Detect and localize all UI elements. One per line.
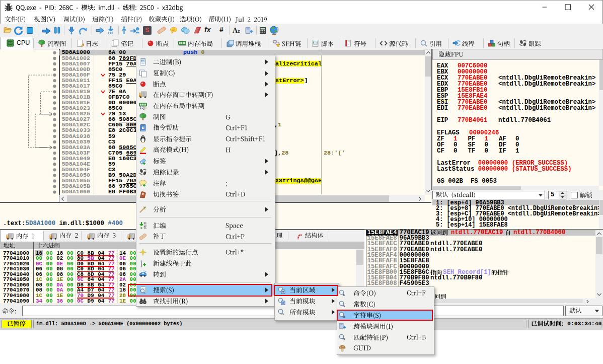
svg-text:01: 01 (144, 227, 147, 229)
